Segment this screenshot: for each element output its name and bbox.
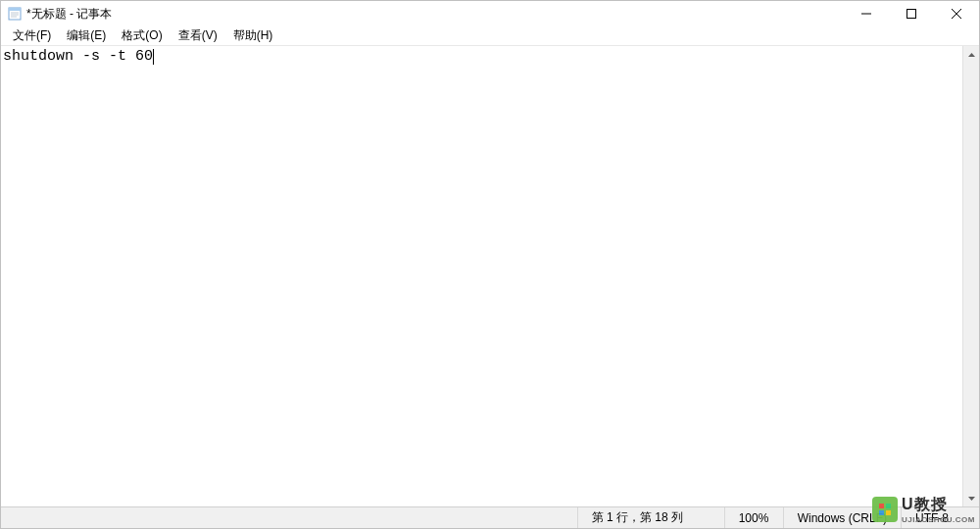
minimize-button[interactable] [844, 1, 889, 26]
svg-rect-1 [9, 8, 21, 11]
text-cursor [153, 49, 154, 65]
svg-rect-13 [879, 510, 884, 515]
watermark-main: U教授 [902, 495, 975, 515]
status-position: 第 1 行，第 18 列 [577, 507, 724, 528]
maximize-button[interactable] [889, 1, 934, 26]
svg-marker-9 [968, 53, 975, 57]
window-controls [844, 1, 979, 26]
svg-rect-14 [886, 510, 891, 515]
statusbar: 第 1 行，第 18 列 100% Windows (CRLF) UTF-8 [1, 506, 979, 528]
status-zoom: 100% [724, 507, 783, 528]
menu-edit[interactable]: 编辑(E) [59, 26, 114, 45]
watermark-text: U教授 UJIAOSHOU.COM [902, 495, 975, 524]
menu-view[interactable]: 查看(V) [171, 26, 225, 45]
menubar: 文件(F) 编辑(E) 格式(O) 查看(V) 帮助(H) [1, 26, 979, 46]
watermark-logo-icon [872, 497, 898, 522]
text-editor[interactable]: shutdown -s -t 60 [1, 46, 962, 506]
svg-rect-6 [907, 10, 916, 19]
vertical-scrollbar[interactable] [962, 46, 979, 506]
svg-rect-11 [879, 504, 884, 508]
menu-help[interactable]: 帮助(H) [225, 26, 281, 45]
scroll-up-arrow-icon[interactable] [963, 46, 980, 63]
watermark-sub: UJIAOSHOU.COM [902, 515, 975, 524]
watermark: U教授 UJIAOSHOU.COM [872, 495, 975, 524]
close-button[interactable] [934, 1, 979, 26]
titlebar: *无标题 - 记事本 [1, 1, 979, 26]
menu-file[interactable]: 文件(F) [5, 26, 59, 45]
svg-rect-12 [886, 504, 891, 508]
editor-container: shutdown -s -t 60 [1, 46, 979, 506]
editor-content: shutdown -s -t 60 [3, 48, 153, 65]
window-title: *无标题 - 记事本 [26, 6, 112, 23]
notepad-icon [7, 6, 23, 22]
menu-format[interactable]: 格式(O) [114, 26, 170, 45]
